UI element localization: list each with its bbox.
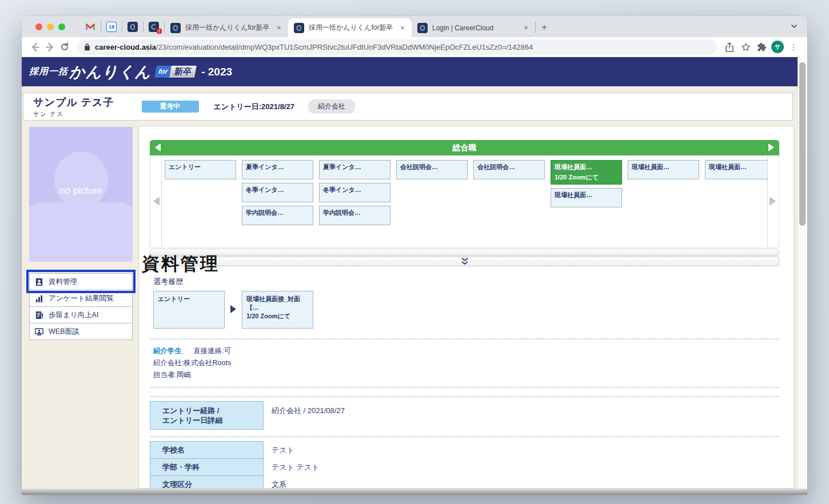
- row-value: テスト テスト: [272, 458, 319, 476]
- app-logo: 採用一括: [29, 66, 68, 78]
- app-header: 採用一括 かんりくん for 新卒 - 2023: [22, 57, 798, 86]
- maximize-window-button[interactable]: [58, 23, 65, 30]
- flow-column: 夏季インタ… 冬季インタ… 学内説明会…: [319, 160, 390, 247]
- reload-button[interactable]: [57, 39, 72, 54]
- page-scrollbar-track[interactable]: [798, 57, 807, 489]
- direct-contact-label: 直接連絡:可: [193, 347, 231, 355]
- flow-column: エントリー: [165, 160, 236, 247]
- tab-title: 採用一括かんりくんfor新卒: [309, 23, 393, 33]
- back-button[interactable]: [27, 39, 42, 54]
- close-tab-icon[interactable]: ×: [521, 23, 531, 32]
- flow-scroll-left[interactable]: [150, 155, 162, 247]
- forward-button[interactable]: [42, 39, 57, 54]
- history-step-box[interactable]: 現場社員面接_対面【…1/20 Zoomにて: [242, 291, 313, 329]
- referral-agent-label: 担当者:岡嶋: [153, 369, 231, 381]
- row-label: 学部・学科: [150, 458, 264, 476]
- sidebar-item-label: アンケート結果閲覧: [49, 294, 114, 303]
- flow-step-box[interactable]: エントリー: [165, 160, 236, 179]
- candidate-name-block: サンプル テス子 サン テス: [33, 95, 114, 118]
- flow-collapse-toggle[interactable]: [150, 257, 779, 266]
- close-tab-icon[interactable]: ×: [398, 23, 407, 32]
- silhouette-head: [54, 151, 108, 209]
- selection-history-label: 選考履歴: [153, 277, 183, 287]
- tab-login-careercloud[interactable]: Login | CareerCloud ×: [412, 18, 535, 37]
- flow-step-box[interactable]: 現場社員面…: [551, 188, 622, 207]
- silhouette-body: [29, 202, 133, 262]
- tab-title: Login | CareerCloud: [432, 24, 517, 32]
- flow-step-box[interactable]: 会社説明会…: [396, 160, 468, 179]
- pinned-tab-calendar[interactable]: 18: [101, 16, 122, 37]
- flow-next-arrow-icon[interactable]: [768, 143, 774, 151]
- window-controls: [35, 23, 65, 30]
- profile-table: 学校名 テスト 学部・学科 テスト テスト 文理区分 文系: [150, 441, 779, 489]
- close-window-button[interactable]: [35, 23, 42, 30]
- url-path: /23/com/evaluation/detail/dmpWQ3pxTU1Scm…: [156, 43, 533, 51]
- flow-step-box[interactable]: 現場社員面…: [705, 160, 767, 179]
- extensions-puzzle-button[interactable]: [754, 39, 770, 54]
- row-label: 学校名: [150, 441, 264, 459]
- divider: [150, 338, 779, 339]
- url-text: career-cloud.asia/23/com/evaluation/deta…: [95, 43, 533, 51]
- browser-menu-button[interactable]: ⋮: [786, 39, 802, 54]
- flow-step-box[interactable]: 夏季インタ…: [319, 160, 390, 179]
- pinned-tab-gmail[interactable]: [80, 16, 101, 37]
- flow-horizontal-scrollbar[interactable]: [150, 249, 779, 256]
- tab-kanrikun-2-active[interactable]: 採用一括かんりくんfor新卒 ×: [288, 18, 412, 37]
- flow-body: エントリー 夏季インタ… 冬季インタ… 学内説明会… 夏季インタ… 冬季インタ……: [150, 155, 779, 247]
- divider: [150, 436, 779, 437]
- row-value: テスト: [272, 441, 294, 459]
- page-scrollbar-thumb[interactable]: [799, 62, 806, 226]
- new-tab-button[interactable]: +: [536, 19, 553, 35]
- no-picture-label: no picture: [29, 185, 133, 197]
- pinned-tabs: 18 !: [80, 16, 165, 37]
- pinned-tab-careercloud[interactable]: [122, 16, 143, 37]
- flow-column: 現場社員面…: [628, 160, 699, 247]
- flow-step-box[interactable]: 夏季インタ…: [242, 160, 313, 179]
- tab-strip: 18 ! 採用一括かんりくんfor新卒 ×: [22, 16, 807, 37]
- flow-columns: エントリー 夏季インタ… 冬季インタ… 学内説明会… 夏季インタ… 冬季インタ……: [162, 155, 767, 247]
- history-step-box[interactable]: エントリー: [153, 291, 225, 329]
- video-interview-icon: [35, 327, 43, 336]
- flow-step-box-current[interactable]: 現場社員面…1/20 Zoomにて: [551, 160, 622, 185]
- profile-avatar[interactable]: サ: [770, 39, 786, 54]
- entry-detail-label: エントリー経路 / エントリー日詳細: [150, 401, 264, 430]
- sidebar-item-web-mendan[interactable]: WEB面談: [29, 323, 133, 340]
- share-button[interactable]: [722, 39, 738, 54]
- sidebar-item-budomari-ai[interactable]: 歩留まり向上AI: [29, 306, 133, 323]
- candidate-kana: サン テス: [33, 110, 114, 118]
- candidate-header-bar: サンプル テス子 サン テス 選考中 エントリー日:2021/8/27 紹介会社: [23, 93, 793, 121]
- flow-step-box[interactable]: 学内説明会…: [242, 206, 313, 225]
- careercloud-favicon: [417, 23, 428, 33]
- flow-step-sub: 1/20 Zoomにて: [555, 173, 618, 182]
- flow-column: 現場社員面…: [705, 160, 767, 247]
- sidebar-item-shiryou-kanri[interactable]: 資料管理: [29, 273, 133, 290]
- main-content-panel: 総合職 エントリー 夏季インタ… 冬季インタ… 学内説明会…: [138, 126, 794, 489]
- flow-step-box[interactable]: 現場社員面…: [628, 160, 699, 179]
- selection-history-row: エントリー 現場社員面接_対面【…1/20 Zoomにて: [153, 291, 313, 329]
- pinned-tab-careercloud-alert[interactable]: !: [144, 16, 164, 37]
- entry-date-label: エントリー日:2021/8/27: [214, 102, 294, 112]
- flow-prev-arrow-icon[interactable]: [155, 143, 161, 151]
- referral-student-link[interactable]: 紹介学生: [153, 347, 182, 355]
- tab-title: 採用一括かんりくんfor新卒: [185, 23, 270, 33]
- minimize-window-button[interactable]: [47, 23, 54, 30]
- flow-column: 会社説明会…: [473, 160, 545, 247]
- flow-scroll-right[interactable]: [767, 155, 779, 247]
- arrow-right-icon: [230, 305, 236, 313]
- flow-step-box[interactable]: 学内説明会…: [319, 206, 390, 225]
- sidebar-item-label: WEB面談: [49, 327, 79, 337]
- tab-search-chevron-icon[interactable]: [790, 22, 798, 33]
- sidebar-item-anketo-kekka[interactable]: アンケート結果閲覧: [29, 290, 133, 307]
- tab-kanrikun-1[interactable]: 採用一括かんりくんfor新卒 ×: [165, 18, 288, 37]
- alert-badge: !: [157, 29, 162, 34]
- flow-step-box[interactable]: 冬季インタ…: [319, 183, 390, 202]
- candidate-name: サンプル テス子: [33, 95, 114, 109]
- flow-step-box[interactable]: 冬季インタ…: [242, 183, 313, 202]
- address-bar[interactable]: career-cloud.asia/23/com/evaluation/deta…: [77, 39, 717, 55]
- flow-step-box[interactable]: 会社説明会…: [473, 160, 545, 179]
- candidate-photo-placeholder: no picture: [29, 127, 133, 262]
- lock-icon: [84, 43, 90, 51]
- table-row: 学部・学科 テスト テスト: [150, 458, 779, 476]
- bookmark-star-button[interactable]: [738, 39, 754, 54]
- close-tab-icon[interactable]: ×: [274, 23, 284, 32]
